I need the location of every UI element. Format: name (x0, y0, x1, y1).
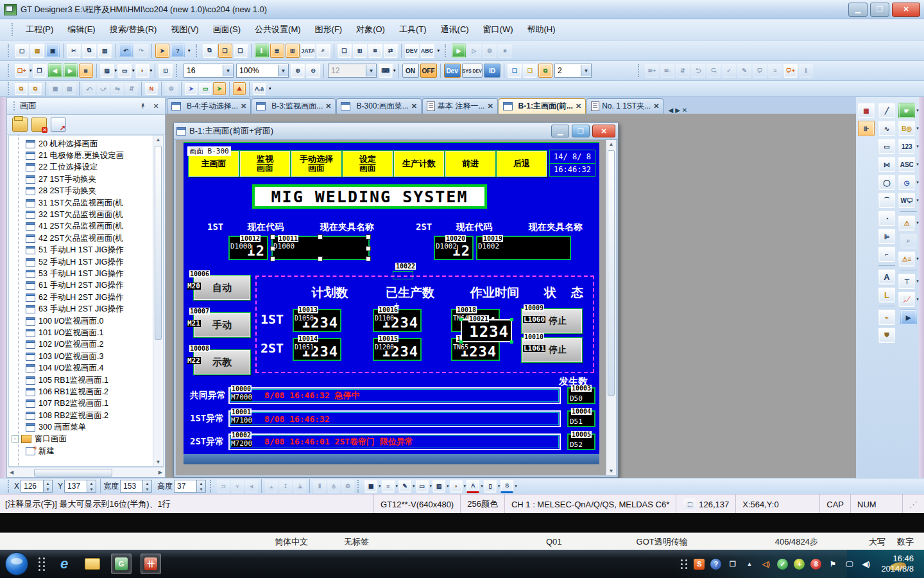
menu-object[interactable]: 对象(O) (350, 21, 391, 38)
cut-icon[interactable]: ✂ (67, 44, 81, 58)
pipe-icon[interactable]: ⌐ (878, 247, 895, 262)
alarm2-display[interactable]: 8/08 16:46:32 10001 M7100 (228, 410, 561, 427)
hmi-screen[interactable]: 画面 B-300 主画面 监视 画面 手动选择 画面 设定 画面 生产计数 前进… (184, 142, 599, 464)
hmi-button-forward[interactable]: 前进 (445, 151, 495, 177)
overflow-icon[interactable]: ▾ (188, 48, 191, 53)
screen-copy-icon[interactable]: ⧉ (203, 44, 217, 58)
alarm2-count-field[interactable]: 10004 D51 (567, 410, 595, 427)
tab-no1-1st[interactable]: No. 1 1ST夹...✕ (586, 98, 663, 114)
menu-view[interactable]: 视图(V) (164, 21, 205, 38)
ungroup-icon[interactable]: ▧ (63, 82, 76, 95)
resize-grip[interactable]: ⋰ (902, 495, 924, 514)
menu-window[interactable]: 窗口(W) (477, 21, 520, 38)
tree-item[interactable]: 106 RB1监视画面.2 (26, 386, 153, 398)
text-print-icon[interactable]: ⊤ (898, 274, 915, 289)
switch-icon[interactable]: ☛ (898, 103, 915, 118)
tab-scroll-right-icon[interactable]: ▶ (675, 107, 680, 114)
move-back-icon[interactable]: ⧉ (29, 82, 42, 95)
line-width-icon[interactable]: ✎ (398, 480, 411, 493)
tree-item[interactable]: 51 手动LH 1ST JIG操作 (26, 245, 153, 256)
alarm3-display[interactable]: 8/08 16:46:01 2ST卷帘门 限位异常 10002 M7200 (228, 434, 561, 450)
save-icon[interactable]: ▣ (46, 44, 60, 58)
menu-project[interactable]: 工程(P) (19, 21, 60, 38)
pin-icon[interactable]: 🖈 (138, 101, 148, 111)
hmi-button-back[interactable]: 后退 (497, 151, 547, 177)
move-front-icon[interactable]: ⧉ (15, 82, 28, 95)
comment-verify-icon[interactable]: ✓ (722, 64, 736, 78)
both-layer-icon[interactable]: ⧉ (538, 64, 552, 78)
r2-plan-field[interactable]: 10014 D1051 1234 (293, 338, 341, 361)
tree-item[interactable]: 100 I/O监视画面.0 (26, 315, 153, 327)
object-setting-icon[interactable]: ⚙ (165, 82, 178, 95)
tab-b1-main[interactable]: B-1:主画面(前...✕ (499, 98, 586, 114)
align-right-icon[interactable]: ⫣ (245, 480, 258, 493)
object-list-icon[interactable]: ≣ (270, 44, 284, 58)
r2-done-field[interactable]: 10015 D1200 1234 (373, 338, 422, 361)
polygon-icon[interactable]: ⋈ (878, 157, 895, 172)
data-browser-icon[interactable]: ▦ (858, 103, 875, 118)
doc-minimize-button[interactable]: ▁ (551, 125, 569, 137)
doc-restore-button[interactable]: ❐ (572, 125, 590, 137)
tree-item[interactable]: 102 I/O监视画面.2 (26, 339, 153, 351)
close-button[interactable]: ✕ (892, 3, 920, 17)
frame-color-icon[interactable]: ▭ (416, 480, 429, 493)
graph-icon[interactable]: 📈 (898, 292, 915, 307)
comment-note-icon[interactable]: 🗩 (753, 64, 767, 78)
alarm3-count-field[interactable]: 10005 D52 (567, 434, 595, 450)
tray-help-icon[interactable]: ? (710, 559, 721, 570)
close-icon[interactable]: ✕ (576, 102, 581, 110)
menu-search[interactable]: 搜索/替换(R) (103, 21, 164, 38)
hmi-button-setting[interactable]: 设定 画面 (343, 151, 393, 177)
align-middle-icon[interactable]: ⫱ (279, 480, 292, 493)
select-arrow-icon[interactable]: ➤ (185, 82, 198, 95)
select-object-icon[interactable]: ➤ (213, 82, 226, 95)
close-icon[interactable]: ✕ (241, 102, 246, 110)
comment-export-icon[interactable]: ⮎ (706, 64, 721, 78)
tile-windows-icon[interactable]: ⊞ (353, 44, 367, 58)
image-edit-icon[interactable]: ⛰ (233, 82, 246, 95)
hmi-button-manualsel[interactable]: 手动选择 画面 (291, 151, 341, 177)
close-icon[interactable]: ✕ (151, 101, 161, 111)
grid-style-icon[interactable]: ▦ (364, 480, 377, 493)
zoom-area-icon[interactable]: ⊡ (158, 64, 173, 78)
tree-vscrollbar[interactable]: ▲ ▼ (153, 136, 163, 466)
comment-new-icon[interactable]: 🗩+ (783, 64, 798, 78)
lamp-icon[interactable]: B◎ (898, 121, 915, 136)
tree-item[interactable]: 42 2ST欠品监视画面(机 (26, 232, 153, 244)
tree-item[interactable]: 20 机种选择画面 (26, 138, 153, 150)
zoom-in-icon[interactable]: ⊕ (291, 64, 305, 78)
tree-item[interactable]: 22 工位选择设定 (26, 162, 153, 173)
taskbar-gxworks-icon[interactable]: G (111, 554, 132, 574)
r1-status-button[interactable]: 10009 L1060 停止 (522, 309, 582, 333)
hmi-datetime[interactable]: 14/ 8/ 8 16:46:32 (549, 150, 595, 177)
st2-name-field[interactable]: 10019 D1002 (476, 236, 571, 260)
open-icon[interactable]: ▤ (30, 44, 44, 58)
tray-update-icon[interactable]: + (794, 559, 805, 570)
cascade-windows-icon[interactable]: ❏ (338, 44, 352, 58)
line-style-icon[interactable]: ≡ (382, 480, 395, 493)
comment-display-icon[interactable]: W🗩 (898, 193, 915, 208)
tab-b300[interactable]: B-300:画面菜...✕ (336, 98, 422, 114)
float-chip-10022[interactable]: 10022 (395, 263, 416, 270)
document-vscrollbar[interactable]: ▲ ▼ (606, 140, 616, 475)
back-layer-icon[interactable]: ❏ (523, 64, 537, 78)
close-icon[interactable]: ✕ (325, 102, 331, 110)
undo-icon[interactable]: ↶ (119, 44, 133, 58)
width-spinner[interactable]: 153▲▼ (120, 480, 152, 493)
logo-icon[interactable]: L (878, 287, 895, 302)
on-toggle[interactable]: ON (402, 64, 419, 78)
alarm1-display[interactable]: 8/08 16:46:32 急停中 10000 M7000 (228, 387, 561, 404)
hmi-button-monitor[interactable]: 监视 画面 (240, 151, 290, 177)
line-icon[interactable]: ╱ (878, 103, 895, 118)
tree-item[interactable]: 28 2ST手动换夹 (26, 186, 153, 197)
softkeyboard-icon[interactable]: ⌨ (379, 64, 393, 78)
start-button[interactable] (5, 552, 28, 575)
system-info-icon[interactable]: ℹ (255, 44, 269, 58)
menu-common[interactable]: 公共设置(M) (248, 21, 307, 38)
screen-jump-icon[interactable] (51, 118, 66, 132)
comment-info-icon[interactable]: ℹ (799, 64, 813, 78)
comment-add-icon[interactable]: ≋+ (645, 64, 659, 78)
fill-color-icon[interactable]: ◗ (450, 480, 463, 493)
align-top-icon[interactable]: ⫠ (265, 480, 278, 493)
comment-del-icon[interactable]: ≋- (660, 64, 674, 78)
